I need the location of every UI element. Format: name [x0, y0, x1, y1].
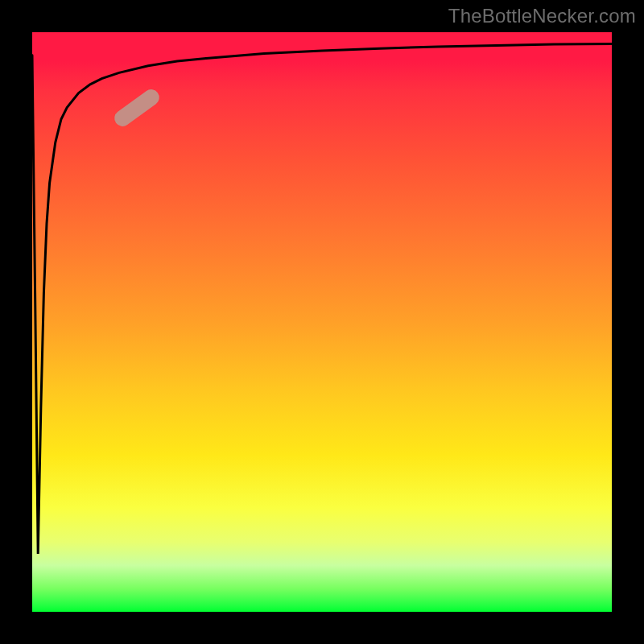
bottleneck-chart: TheBottleNecker.com: [0, 0, 644, 644]
plot-area: [32, 32, 612, 612]
watermark-text: TheBottleNecker.com: [448, 5, 636, 27]
